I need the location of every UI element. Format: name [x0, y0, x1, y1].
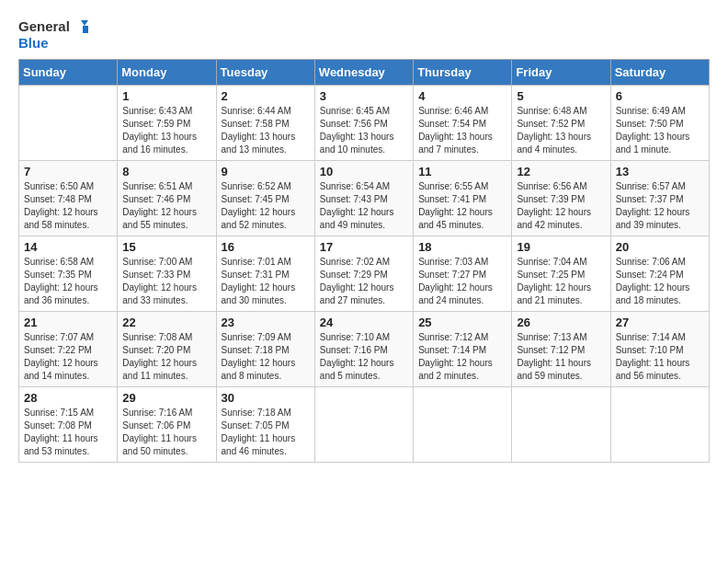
day-info: Sunrise: 7:03 AMSunset: 7:27 PMDaylight:…	[418, 256, 506, 307]
day-number: 16	[222, 240, 310, 254]
logo-icon	[72, 18, 88, 35]
day-number: 6	[616, 89, 704, 103]
day-info: Sunrise: 7:07 AMSunset: 7:22 PMDaylight:…	[24, 331, 112, 383]
day-info: Sunrise: 6:52 AMSunset: 7:45 PMDaylight:…	[222, 180, 310, 232]
calendar-cell: 20Sunrise: 7:06 AMSunset: 7:24 PMDayligh…	[610, 236, 709, 312]
day-number: 26	[517, 316, 605, 329]
calendar-cell: 12Sunrise: 6:56 AMSunset: 7:39 PMDayligh…	[512, 161, 610, 236]
calendar-table: SundayMondayTuesdayWednesdayThursdayFrid…	[18, 59, 710, 463]
day-number: 15	[122, 240, 210, 254]
day-info: Sunrise: 6:43 AMSunset: 7:59 PMDaylight:…	[122, 105, 210, 156]
day-header-thursday: Thursday	[414, 60, 512, 86]
calendar-cell	[414, 387, 512, 463]
logo: General Blue	[18, 18, 88, 52]
day-header-sunday: Sunday	[19, 60, 118, 86]
calendar-cell: 30Sunrise: 7:18 AMSunset: 7:05 PMDayligh…	[216, 387, 314, 463]
calendar-cell: 9Sunrise: 6:52 AMSunset: 7:45 PMDaylight…	[216, 161, 314, 236]
day-number: 23	[222, 316, 310, 329]
calendar-cell: 23Sunrise: 7:09 AMSunset: 7:18 PMDayligh…	[216, 312, 314, 387]
calendar-cell: 27Sunrise: 7:14 AMSunset: 7:10 PMDayligh…	[610, 312, 709, 387]
day-info: Sunrise: 7:04 AMSunset: 7:25 PMDaylight:…	[517, 256, 605, 307]
day-info: Sunrise: 7:09 AMSunset: 7:18 PMDaylight:…	[222, 331, 310, 383]
day-number: 4	[418, 89, 506, 103]
calendar-cell: 1Sunrise: 6:43 AMSunset: 7:59 PMDaylight…	[118, 86, 216, 161]
day-number: 7	[24, 165, 112, 178]
day-info: Sunrise: 7:16 AMSunset: 7:06 PMDaylight:…	[122, 407, 210, 458]
day-number: 18	[418, 240, 506, 254]
svg-rect-1	[83, 26, 88, 33]
calendar-cell: 24Sunrise: 7:10 AMSunset: 7:16 PMDayligh…	[314, 312, 413, 387]
calendar-cell	[610, 387, 709, 463]
calendar-cell: 7Sunrise: 6:50 AMSunset: 7:48 PMDaylight…	[19, 161, 118, 236]
day-number: 20	[616, 240, 704, 254]
calendar-cell: 2Sunrise: 6:44 AMSunset: 7:58 PMDaylight…	[216, 86, 314, 161]
calendar-cell	[19, 86, 118, 161]
calendar-cell: 28Sunrise: 7:15 AMSunset: 7:08 PMDayligh…	[19, 387, 118, 463]
calendar-cell	[314, 387, 413, 463]
calendar-cell: 16Sunrise: 7:01 AMSunset: 7:31 PMDayligh…	[216, 236, 314, 312]
day-info: Sunrise: 7:14 AMSunset: 7:10 PMDaylight:…	[616, 331, 704, 383]
day-info: Sunrise: 6:58 AMSunset: 7:35 PMDaylight:…	[24, 256, 112, 307]
day-number: 19	[517, 240, 605, 254]
calendar-cell: 13Sunrise: 6:57 AMSunset: 7:37 PMDayligh…	[610, 161, 709, 236]
day-header-friday: Friday	[512, 60, 610, 86]
day-header-wednesday: Wednesday	[314, 60, 413, 86]
day-number: 30	[222, 391, 310, 405]
day-info: Sunrise: 6:46 AMSunset: 7:54 PMDaylight:…	[418, 105, 506, 156]
day-info: Sunrise: 6:55 AMSunset: 7:41 PMDaylight:…	[418, 180, 506, 232]
day-info: Sunrise: 7:01 AMSunset: 7:31 PMDaylight:…	[222, 256, 310, 307]
day-info: Sunrise: 7:18 AMSunset: 7:05 PMDaylight:…	[222, 407, 310, 458]
day-number: 27	[616, 316, 704, 329]
calendar-cell: 18Sunrise: 7:03 AMSunset: 7:27 PMDayligh…	[414, 236, 512, 312]
day-number: 25	[418, 316, 506, 329]
day-info: Sunrise: 7:06 AMSunset: 7:24 PMDaylight:…	[616, 256, 704, 307]
day-number: 17	[320, 240, 408, 254]
calendar-cell: 19Sunrise: 7:04 AMSunset: 7:25 PMDayligh…	[512, 236, 610, 312]
day-header-saturday: Saturday	[610, 60, 709, 86]
calendar-cell: 22Sunrise: 7:08 AMSunset: 7:20 PMDayligh…	[118, 312, 216, 387]
day-header-tuesday: Tuesday	[216, 60, 314, 86]
svg-marker-0	[81, 20, 88, 26]
day-info: Sunrise: 6:49 AMSunset: 7:50 PMDaylight:…	[616, 105, 704, 156]
day-info: Sunrise: 6:48 AMSunset: 7:52 PMDaylight:…	[517, 105, 605, 156]
day-info: Sunrise: 6:45 AMSunset: 7:56 PMDaylight:…	[320, 105, 408, 156]
calendar-cell: 26Sunrise: 7:13 AMSunset: 7:12 PMDayligh…	[512, 312, 610, 387]
calendar-cell: 14Sunrise: 6:58 AMSunset: 7:35 PMDayligh…	[19, 236, 118, 312]
calendar-cell: 5Sunrise: 6:48 AMSunset: 7:52 PMDaylight…	[512, 86, 610, 161]
calendar-cell: 17Sunrise: 7:02 AMSunset: 7:29 PMDayligh…	[314, 236, 413, 312]
day-number: 8	[122, 165, 210, 178]
day-info: Sunrise: 6:54 AMSunset: 7:43 PMDaylight:…	[320, 180, 408, 232]
day-info: Sunrise: 7:02 AMSunset: 7:29 PMDaylight:…	[320, 256, 408, 307]
day-info: Sunrise: 7:08 AMSunset: 7:20 PMDaylight:…	[122, 331, 210, 383]
day-info: Sunrise: 6:50 AMSunset: 7:48 PMDaylight:…	[24, 180, 112, 232]
day-info: Sunrise: 7:12 AMSunset: 7:14 PMDaylight:…	[418, 331, 506, 383]
calendar-cell: 4Sunrise: 6:46 AMSunset: 7:54 PMDaylight…	[414, 86, 512, 161]
calendar-cell: 6Sunrise: 6:49 AMSunset: 7:50 PMDaylight…	[610, 86, 709, 161]
calendar-cell: 10Sunrise: 6:54 AMSunset: 7:43 PMDayligh…	[314, 161, 413, 236]
day-number: 21	[24, 316, 112, 329]
day-info: Sunrise: 6:56 AMSunset: 7:39 PMDaylight:…	[517, 180, 605, 232]
calendar-cell: 3Sunrise: 6:45 AMSunset: 7:56 PMDaylight…	[314, 86, 413, 161]
day-number: 22	[122, 316, 210, 329]
day-number: 9	[222, 165, 310, 178]
calendar-cell: 11Sunrise: 6:55 AMSunset: 7:41 PMDayligh…	[414, 161, 512, 236]
day-info: Sunrise: 7:15 AMSunset: 7:08 PMDaylight:…	[24, 407, 112, 458]
day-number: 5	[517, 89, 605, 103]
day-number: 1	[122, 89, 210, 103]
logo-blue: Blue	[18, 35, 49, 52]
day-number: 14	[24, 240, 112, 254]
day-info: Sunrise: 7:00 AMSunset: 7:33 PMDaylight:…	[122, 256, 210, 307]
day-info: Sunrise: 6:57 AMSunset: 7:37 PMDaylight:…	[616, 180, 704, 232]
day-number: 13	[616, 165, 704, 178]
day-number: 24	[320, 316, 408, 329]
day-number: 2	[222, 89, 310, 103]
day-info: Sunrise: 7:10 AMSunset: 7:16 PMDaylight:…	[320, 331, 408, 383]
day-number: 3	[320, 89, 408, 103]
calendar-cell	[512, 387, 610, 463]
day-number: 11	[418, 165, 506, 178]
calendar-cell: 21Sunrise: 7:07 AMSunset: 7:22 PMDayligh…	[19, 312, 118, 387]
calendar-cell: 25Sunrise: 7:12 AMSunset: 7:14 PMDayligh…	[414, 312, 512, 387]
day-number: 12	[517, 165, 605, 178]
calendar-cell: 8Sunrise: 6:51 AMSunset: 7:46 PMDaylight…	[118, 161, 216, 236]
day-info: Sunrise: 6:51 AMSunset: 7:46 PMDaylight:…	[122, 180, 210, 232]
